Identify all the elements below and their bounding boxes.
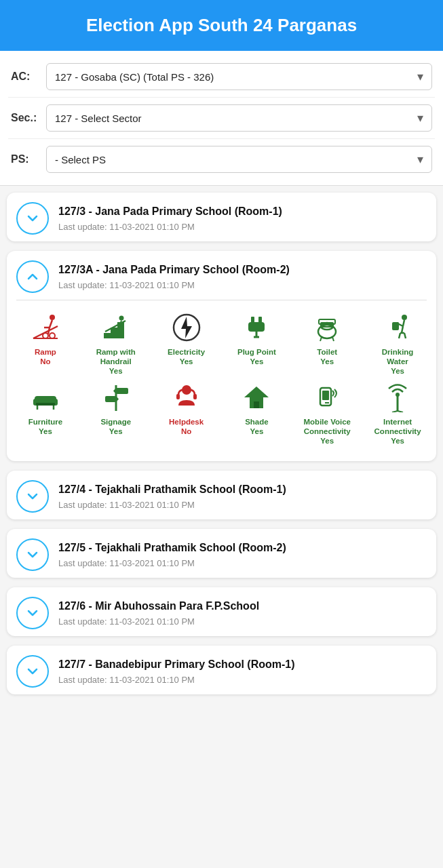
school-card-1276: 127/6 - Mir Abuhossain Para F.P.School L… [7, 587, 436, 636]
sec-label: Sec.: [11, 112, 46, 124]
facility-furniture: FurnitureYes [12, 380, 79, 446]
helpdesk-icon [169, 380, 204, 415]
school-name-1274: 127/4 - Tejakhali Prathamik School (Room… [58, 483, 427, 497]
sec-dropdown-arrow: ▾ [417, 111, 423, 125]
svg-line-1 [50, 320, 52, 328]
sec-value: 127 - Select Sector [55, 113, 142, 124]
ac-row: AC: 127 - Gosaba (SC) (Total PS - 326) ▾ [8, 56, 435, 98]
school-card-1273a: 127/3A - Jana Pada Primary School (Room-… [7, 251, 436, 461]
facility-ramp: RampNo [12, 310, 79, 376]
electricity-icon [169, 310, 204, 345]
svg-rect-8 [104, 333, 111, 338]
svg-line-62 [398, 411, 403, 412]
svg-rect-49 [105, 396, 116, 402]
toilet-label: ToiletYes [317, 348, 337, 367]
school-info-1274: 127/4 - Tejakhali Prathamik School (Room… [58, 483, 427, 510]
internet-icon [380, 380, 415, 415]
school-name-1273: 127/3 - Jana Pada Primary School (Room-1… [58, 205, 427, 219]
svg-rect-35 [392, 322, 399, 330]
school-card-1277: 127/7 - Banadebipur Primary School (Room… [7, 646, 436, 694]
electricity-label: ElectricityYes [168, 348, 205, 367]
facilities-grid-1273a: RampNo [7, 300, 436, 456]
ps-row: PS: - Select PS ▾ [8, 139, 435, 180]
svg-rect-43 [36, 403, 55, 406]
svg-point-5 [50, 333, 55, 338]
svg-line-30 [332, 337, 334, 341]
furniture-icon [28, 380, 63, 415]
svg-rect-53 [193, 394, 197, 399]
mobile-label: Mobile VoiceConnectivityYes [304, 418, 351, 446]
svg-rect-52 [176, 394, 180, 399]
filter-section: AC: 127 - Gosaba (SC) (Total PS - 326) ▾… [0, 51, 443, 186]
app-title: Election App South 24 Parganas [86, 15, 357, 35]
furniture-label: FurnitureYes [28, 418, 62, 437]
expand-button-1277[interactable] [16, 655, 49, 688]
school-update-1274: Last update: 11-03-2021 01:10 PM [58, 500, 427, 510]
toilet-icon [309, 310, 345, 345]
facility-shade: ShadeYes [224, 380, 290, 446]
mobile-icon [309, 380, 345, 415]
ac-dropdown-arrow: ▾ [417, 69, 423, 84]
school-info-1273: 127/3 - Jana Pada Primary School (Room-1… [58, 205, 427, 232]
school-header-1277: 127/7 - Banadebipur Primary School (Room… [7, 646, 436, 694]
school-card-1274: 127/4 - Tejakhali Prathamik School (Room… [7, 471, 436, 519]
svg-line-38 [399, 333, 400, 338]
plug-icon [239, 310, 274, 345]
svg-marker-50 [116, 396, 119, 402]
school-info-1275: 127/5 - Tejakhali Prathamik School (Room… [58, 541, 427, 568]
ramp-icon [28, 310, 63, 345]
school-name-1273a: 127/3A - Jana Pada Primary School (Room-… [58, 263, 427, 277]
ramp-handrail-icon [98, 310, 134, 345]
svg-line-36 [402, 326, 403, 333]
school-update-1276: Last update: 11-03-2021 01:10 PM [58, 616, 427, 627]
ac-label: AC: [11, 71, 46, 83]
plug-label: Plug PointYes [237, 348, 276, 367]
ac-dropdown[interactable]: 127 - Gosaba (SC) (Total PS - 326) ▾ [46, 63, 432, 90]
school-info-1277: 127/7 - Banadebipur Primary School (Room… [58, 658, 427, 685]
signage-label: SignageYes [100, 418, 131, 437]
school-name-1277: 127/7 - Banadebipur Primary School (Room… [58, 658, 427, 672]
school-card-1273: 127/3 - Jana Pada Primary School (Room-1… [7, 193, 436, 241]
facilities-section-1273a: RampNo [7, 300, 436, 461]
shade-icon [239, 380, 274, 415]
svg-line-39 [404, 333, 406, 338]
school-name-1275: 127/5 - Tejakhali Prathamik School (Room… [58, 541, 427, 555]
facility-signage: SignageYes [83, 380, 149, 446]
expand-button-1276[interactable] [16, 597, 49, 629]
sec-row: Sec.: 127 - Select Sector ▾ [8, 98, 435, 139]
facility-plug: Plug PointYes [224, 310, 290, 376]
expand-button-1273a[interactable] [16, 260, 49, 293]
svg-rect-9 [111, 328, 117, 338]
svg-rect-58 [322, 391, 329, 400]
svg-marker-19 [181, 317, 192, 338]
ramp-handrail-label: Ramp withHandrailYes [96, 348, 136, 376]
school-info-1273a: 127/3A - Jana Pada Primary School (Room-… [58, 263, 427, 290]
svg-point-12 [119, 316, 123, 321]
expand-button-1274[interactable] [16, 480, 49, 513]
expand-button-1275[interactable] [16, 538, 49, 571]
water-icon [380, 310, 415, 345]
app-header: Election App South 24 Parganas [0, 0, 443, 51]
ramp-label: RampNo [35, 348, 56, 367]
sec-dropdown[interactable]: 127 - Select Sector ▾ [46, 104, 432, 132]
school-header-1273: 127/3 - Jana Pada Primary School (Room-1… [7, 193, 436, 241]
svg-point-0 [50, 315, 55, 320]
ps-label: PS: [11, 153, 46, 165]
expand-button-1273[interactable] [16, 202, 49, 235]
facility-internet: InternetConnectivityYes [364, 380, 431, 446]
school-name-1276: 127/6 - Mir Abuhossain Para F.P.School [58, 599, 427, 614]
school-update-1275: Last update: 11-03-2021 01:10 PM [58, 558, 427, 568]
school-header-1275: 127/5 - Tejakhali Prathamik School (Room… [7, 529, 436, 578]
facility-electricity: ElectricityYes [153, 310, 220, 376]
school-update-1277: Last update: 11-03-2021 01:10 PM [58, 675, 427, 685]
ps-dropdown[interactable]: - Select PS ▾ [46, 146, 432, 173]
signage-icon [98, 380, 134, 415]
facility-ramp-handrail: Ramp withHandrailYes [83, 310, 149, 376]
ac-value: 127 - Gosaba (SC) (Total PS - 326) [55, 71, 214, 83]
school-header-1273a: 127/3A - Jana Pada Primary School (Room-… [7, 251, 436, 300]
ps-value: - Select PS [55, 154, 106, 165]
svg-line-29 [320, 337, 322, 341]
facility-helpdesk: HelpdeskNo [153, 380, 220, 446]
facility-mobile: Mobile VoiceConnectivityYes [294, 380, 360, 446]
ps-dropdown-arrow: ▾ [417, 152, 423, 167]
